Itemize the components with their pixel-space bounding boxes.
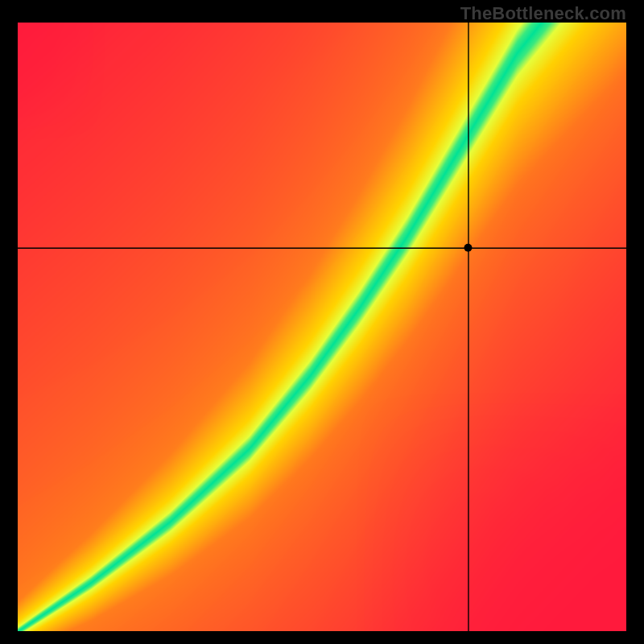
watermark-text: TheBottleneck.com xyxy=(460,3,626,24)
chart-container: TheBottleneck.com xyxy=(0,0,644,644)
bottleneck-heatmap xyxy=(18,23,626,631)
